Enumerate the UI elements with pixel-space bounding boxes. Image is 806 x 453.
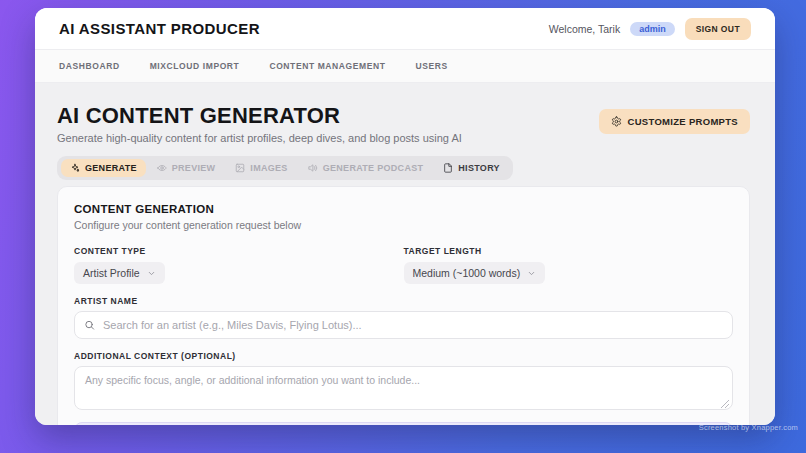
target-length-select[interactable]: Medium (~1000 words) (404, 262, 546, 284)
tab-generate-podcast: GENERATE PODCAST (299, 159, 433, 177)
card-subtitle: Configure your content generation reques… (74, 219, 733, 231)
app-title: AI ASSISTANT PRODUCER (59, 20, 260, 37)
search-icon (84, 320, 95, 331)
artist-name-label: ARTIST NAME (74, 296, 733, 306)
sign-out-button[interactable]: SIGN OUT (685, 18, 751, 40)
page-header: AI CONTENT GENERATOR Generate high-quali… (57, 103, 750, 144)
eye-icon (157, 163, 167, 173)
role-badge: admin (630, 22, 675, 36)
content-type-field: CONTENT TYPE Artist Profile (74, 246, 404, 284)
chevron-down-icon (147, 269, 156, 278)
nav-item-content-management[interactable]: CONTENT MANAGEMENT (269, 61, 385, 71)
sparkles-icon (70, 163, 80, 173)
additional-context-textarea[interactable] (74, 366, 733, 410)
target-length-label: TARGET LENGTH (404, 246, 734, 256)
page-content: AI CONTENT GENERATOR Generate high-quali… (35, 83, 775, 425)
speaker-icon (308, 163, 318, 173)
tab-generate-label: GENERATE (85, 163, 137, 173)
image-icon (235, 163, 245, 173)
page-subtitle: Generate high-quality content for artist… (57, 132, 462, 144)
additional-context-wrap (74, 366, 733, 414)
additional-context-field: ADDITIONAL CONTEXT (OPTIONAL) (74, 351, 733, 414)
generate-action-strip (74, 422, 733, 425)
nav-item-dashboard[interactable]: DASHBOARD (59, 61, 120, 71)
content-type-select[interactable]: Artist Profile (74, 262, 165, 284)
content-type-value: Artist Profile (83, 267, 140, 279)
document-icon (443, 163, 453, 173)
tab-images-label: IMAGES (250, 163, 287, 173)
nav-item-mixcloud-import[interactable]: MIXCLOUD IMPORT (150, 61, 240, 71)
tab-images: IMAGES (226, 159, 296, 177)
welcome-text: Welcome, Tarik (549, 23, 620, 35)
artist-search-wrap (74, 311, 733, 339)
customize-prompts-button[interactable]: CUSTOMIZE PROMPTS (599, 109, 751, 134)
page-title-block: AI CONTENT GENERATOR Generate high-quali… (57, 103, 462, 144)
artist-name-field: ARTIST NAME (74, 296, 733, 339)
tab-generate-podcast-label: GENERATE PODCAST (323, 163, 424, 173)
target-length-value: Medium (~1000 words) (413, 267, 521, 279)
tab-preview-label: PREVIEW (172, 163, 216, 173)
form-grid: CONTENT TYPE Artist Profile TARGET LENGT… (74, 246, 733, 284)
tab-history[interactable]: HISTORY (434, 159, 509, 177)
artist-search-input[interactable] (74, 311, 733, 339)
gear-icon (611, 116, 622, 127)
content-type-label: CONTENT TYPE (74, 246, 404, 256)
header-right: Welcome, Tarik admin SIGN OUT (549, 18, 751, 40)
app-window: AI ASSISTANT PRODUCER Welcome, Tarik adm… (35, 8, 775, 425)
tab-preview: PREVIEW (148, 159, 225, 177)
card-title: CONTENT GENERATION (74, 203, 733, 215)
tab-generate[interactable]: GENERATE (61, 159, 146, 177)
main-nav: DASHBOARD MIXCLOUD IMPORT CONTENT MANAGE… (35, 50, 775, 83)
page-title: AI CONTENT GENERATOR (57, 103, 462, 129)
tab-history-label: HISTORY (458, 163, 500, 173)
app-header: AI ASSISTANT PRODUCER Welcome, Tarik adm… (35, 8, 775, 50)
tab-bar: GENERATE PREVIEW IMAGES (57, 156, 513, 180)
additional-context-label: ADDITIONAL CONTEXT (OPTIONAL) (74, 351, 733, 361)
nav-item-users[interactable]: USERS (416, 61, 448, 71)
chevron-down-icon (527, 269, 536, 278)
content-generation-card: CONTENT GENERATION Configure your conten… (57, 186, 750, 425)
customize-prompts-label: CUSTOMIZE PROMPTS (628, 116, 739, 127)
watermark: Screenshot by Xnapper.com (699, 423, 798, 432)
target-length-field: TARGET LENGTH Medium (~1000 words) (404, 246, 734, 284)
